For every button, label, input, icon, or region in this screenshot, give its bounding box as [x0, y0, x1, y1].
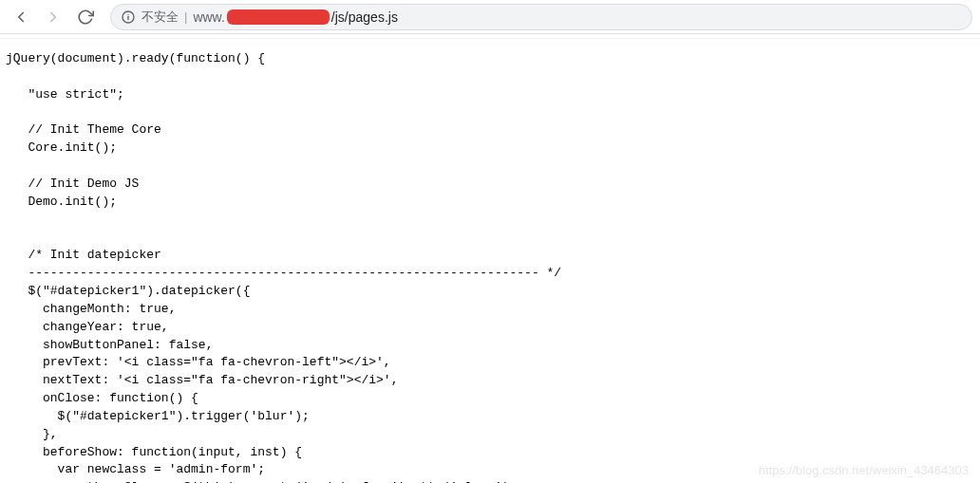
browser-toolbar: 不安全 | www. /js/pages.js	[0, 0, 980, 34]
url-prefix: www.	[193, 9, 224, 25]
reload-button[interactable]	[72, 4, 99, 30]
security-label: 不安全	[141, 9, 179, 26]
url-suffix: /js/pages.js	[331, 9, 398, 25]
address-bar[interactable]: 不安全 | www. /js/pages.js	[110, 4, 972, 30]
info-icon	[121, 9, 136, 25]
back-button[interactable]	[8, 4, 34, 30]
url-text: www. /js/pages.js	[193, 9, 398, 25]
divider: |	[184, 9, 187, 24]
forward-button[interactable]	[40, 4, 66, 30]
source-code[interactable]: jQuery(document).ready(function() { "use…	[0, 50, 980, 483]
redacted-domain	[227, 9, 330, 25]
page-content: jQuery(document).ready(function() { "use…	[0, 38, 980, 483]
